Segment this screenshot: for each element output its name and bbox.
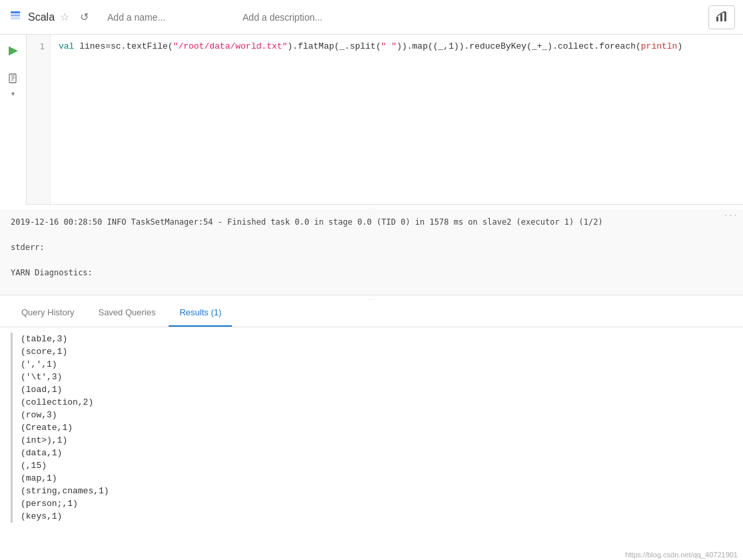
result-row: (Create,1) bbox=[21, 421, 732, 434]
code-string-space: " " bbox=[381, 41, 396, 51]
result-row: ('\t',3) bbox=[21, 371, 732, 383]
book-button[interactable]: ▾ bbox=[3, 71, 23, 101]
history-icon[interactable]: ↺ bbox=[80, 11, 89, 23]
output-line-2 bbox=[11, 227, 732, 242]
svg-rect-0 bbox=[716, 17, 718, 21]
result-row: (collection,2) bbox=[21, 396, 732, 409]
code-string-path: "/root/data/world.txt" bbox=[173, 41, 288, 51]
tab-results[interactable]: Results (1) bbox=[169, 299, 232, 327]
scala-logo-icon bbox=[8, 8, 23, 26]
output-dots: ··· bbox=[723, 211, 738, 221]
code-text-4: ) bbox=[677, 41, 682, 51]
code-text-3: )).map((_,1)).reduceByKey(_+_).collect.f… bbox=[396, 41, 641, 51]
result-row: (table,3) bbox=[21, 333, 732, 345]
svg-rect-2 bbox=[724, 12, 726, 21]
line-numbers: 1 bbox=[27, 35, 51, 204]
run-button[interactable]: ▶ bbox=[6, 40, 21, 60]
status-bar: https://blog.csdn.net/qq_40721901 bbox=[620, 549, 743, 560]
results-area[interactable]: (table,3) (score,1) (',',1) ('\t',3) (lo… bbox=[0, 327, 743, 560]
header-left: Scala ☆ ↺ bbox=[8, 8, 359, 26]
output-line-4 bbox=[11, 253, 732, 267]
star-icon[interactable]: ☆ bbox=[60, 11, 69, 23]
left-sidebar: ▶ ▾ bbox=[0, 35, 27, 205]
output-line-3: stderr: bbox=[11, 242, 732, 253]
result-row: (,15) bbox=[21, 459, 732, 472]
result-row: (data,1) bbox=[21, 447, 732, 459]
description-input[interactable] bbox=[243, 12, 359, 23]
code-text-1: lines=sc.textFile( bbox=[74, 41, 173, 51]
code-keyword-val: val bbox=[59, 41, 74, 51]
editor-area: 1 val lines=sc.textFile("/root/data/worl… bbox=[27, 35, 743, 205]
result-row: (int>),1) bbox=[21, 434, 732, 447]
line-number-1: 1 bbox=[32, 41, 45, 51]
output-line-5: YARN Diagnostics: bbox=[11, 267, 732, 278]
output-area: ··· 2019-12-16 00:28:50 INFO TaskSetMana… bbox=[0, 209, 743, 295]
chart-button[interactable] bbox=[708, 5, 735, 29]
editor-wrapper: ▶ ▾ 1 val lines=sc.textFile("/root/data/… bbox=[0, 35, 743, 205]
tabs-container: Query History Saved Queries Results (1) bbox=[0, 299, 743, 327]
tab-query-history[interactable]: Query History bbox=[11, 299, 85, 327]
code-editor[interactable]: val lines=sc.textFile("/root/data/world.… bbox=[51, 35, 743, 204]
header: Scala ☆ ↺ bbox=[0, 0, 743, 35]
result-row: (row,3) bbox=[21, 409, 732, 421]
output-line-1: 2019-12-16 00:28:50 INFO TaskSetManager:… bbox=[11, 217, 732, 227]
svg-rect-1 bbox=[720, 14, 722, 21]
result-row: (keys,1) bbox=[21, 510, 732, 523]
result-row: (',',1) bbox=[21, 358, 732, 371]
code-highlight-println: println bbox=[641, 41, 678, 51]
header-right bbox=[708, 5, 735, 29]
result-row: (person;,1) bbox=[21, 497, 732, 510]
result-row: (load,1) bbox=[21, 383, 732, 396]
name-input[interactable] bbox=[107, 12, 224, 23]
result-row: (score,1) bbox=[21, 345, 732, 358]
result-row: (map,1) bbox=[21, 472, 732, 485]
tab-saved-queries[interactable]: Saved Queries bbox=[87, 299, 166, 327]
app-title: Scala bbox=[28, 11, 55, 23]
results-table: (table,3) (score,1) (',',1) ('\t',3) (lo… bbox=[11, 333, 732, 523]
code-text-2: ).flatMap(_.split( bbox=[287, 41, 380, 51]
result-row: (string,cnames,1) bbox=[21, 485, 732, 497]
